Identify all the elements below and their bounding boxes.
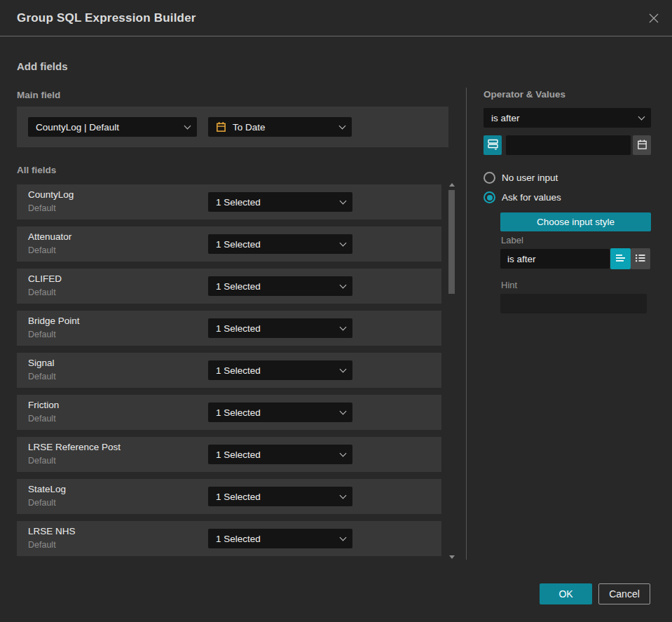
field-name: StateLog bbox=[28, 484, 66, 494]
field-selection-value: 1 Selected bbox=[216, 239, 261, 250]
field-row: LRSE NHS Default 1 Selected bbox=[17, 521, 441, 556]
field-selection-dropdown[interactable]: 1 Selected bbox=[208, 276, 352, 296]
chevron-down-icon bbox=[340, 449, 347, 457]
calendar-icon bbox=[637, 139, 647, 152]
field-name: CLIFED bbox=[28, 273, 62, 284]
radio-ask-for-values[interactable]: Ask for values bbox=[484, 191, 561, 203]
field-selection-value: 1 Selected bbox=[216, 449, 261, 460]
field-subtitle: Default bbox=[28, 456, 56, 466]
field-name: Signal bbox=[28, 358, 55, 368]
radio-label: Ask for values bbox=[502, 192, 561, 203]
hint-field-label: Hint bbox=[501, 280, 517, 290]
chevron-down-icon bbox=[340, 281, 347, 288]
field-subtitle: Default bbox=[28, 288, 56, 297]
field-name: LRSE NHS bbox=[28, 526, 76, 536]
field-selection-dropdown[interactable]: 1 Selected bbox=[208, 529, 352, 548]
operator-dropdown[interactable]: is after bbox=[484, 108, 651, 128]
field-selection-dropdown[interactable]: 1 Selected bbox=[208, 445, 352, 464]
fields-scrollbar[interactable] bbox=[447, 182, 457, 560]
chevron-down-icon bbox=[340, 365, 347, 372]
field-selection-dropdown[interactable]: 1 Selected bbox=[208, 318, 352, 338]
field-type-dropdown[interactable]: To Date bbox=[208, 117, 352, 137]
chevron-down-icon bbox=[340, 534, 347, 541]
hint-input[interactable] bbox=[500, 294, 647, 313]
chevron-down-icon bbox=[339, 122, 346, 129]
chevron-down-icon bbox=[340, 323, 347, 330]
radio-circle-icon[interactable] bbox=[484, 172, 495, 184]
bulleted-list-icon bbox=[635, 253, 646, 265]
field-selection-value: 1 Selected bbox=[216, 534, 261, 544]
main-field-dropdown[interactable]: CountyLog | Default bbox=[28, 117, 197, 137]
operator-dropdown-value: is after bbox=[491, 113, 520, 123]
stacked-values-icon bbox=[487, 138, 499, 152]
all-fields-label: All fields bbox=[17, 165, 56, 175]
add-fields-heading: Add fields bbox=[17, 60, 68, 72]
field-name: LRSE Reference Post bbox=[28, 442, 121, 452]
group-sql-expression-builder-dialog: Group SQL Expression Builder Add fields … bbox=[0, 0, 672, 622]
dialog-header: Group SQL Expression Builder bbox=[0, 0, 672, 36]
chevron-down-icon bbox=[340, 197, 347, 204]
field-selection-dropdown[interactable]: 1 Selected bbox=[208, 192, 352, 212]
chevron-down-icon bbox=[340, 407, 347, 414]
field-row: Signal Default 1 Selected bbox=[17, 353, 441, 388]
field-row: LRSE Reference Post Default 1 Selected bbox=[17, 437, 441, 472]
field-subtitle: Default bbox=[28, 498, 56, 508]
field-selection-value: 1 Selected bbox=[216, 492, 261, 502]
choose-input-style-button[interactable]: Choose input style bbox=[500, 212, 651, 231]
scrollbar-thumb[interactable] bbox=[448, 190, 455, 294]
cancel-button[interactable]: Cancel bbox=[598, 583, 650, 604]
field-name: CountyLog bbox=[28, 189, 74, 200]
field-selection-dropdown[interactable]: 1 Selected bbox=[208, 487, 352, 506]
field-subtitle: Default bbox=[28, 203, 56, 213]
field-row: CountyLog Default 1 Selected bbox=[17, 184, 441, 219]
field-subtitle: Default bbox=[28, 245, 56, 255]
align-left-icon bbox=[615, 253, 626, 265]
field-name: Attenuator bbox=[28, 231, 71, 242]
field-selection-dropdown[interactable]: 1 Selected bbox=[208, 403, 352, 422]
operator-values-label: Operator & Values bbox=[484, 89, 565, 100]
chevron-down-icon bbox=[184, 122, 191, 129]
field-subtitle: Default bbox=[28, 414, 56, 424]
panel-divider bbox=[466, 88, 467, 560]
field-name: Friction bbox=[28, 400, 59, 410]
value-source-button[interactable] bbox=[484, 135, 502, 155]
label-style-list-button[interactable] bbox=[631, 248, 650, 269]
label-style-single-button[interactable] bbox=[610, 248, 631, 269]
field-name: Bridge Point bbox=[28, 316, 80, 326]
label-input[interactable] bbox=[500, 249, 610, 269]
field-selection-value: 1 Selected bbox=[216, 197, 261, 208]
field-type-dropdown-value: To Date bbox=[233, 122, 266, 133]
chevron-down-icon bbox=[638, 113, 645, 120]
close-icon[interactable] bbox=[645, 10, 662, 27]
field-selection-value: 1 Selected bbox=[216, 407, 261, 418]
field-row: CLIFED Default 1 Selected bbox=[17, 269, 441, 304]
label-field-label: Label bbox=[501, 235, 523, 245]
main-field-label: Main field bbox=[17, 90, 60, 100]
field-row: Attenuator Default 1 Selected bbox=[17, 227, 441, 262]
field-selection-value: 1 Selected bbox=[216, 323, 261, 334]
field-row: Bridge Point Default 1 Selected bbox=[17, 311, 441, 346]
scroll-down-icon[interactable] bbox=[449, 555, 455, 559]
field-subtitle: Default bbox=[28, 540, 56, 550]
radio-no-user-input[interactable]: No user input bbox=[484, 172, 558, 184]
radio-label: No user input bbox=[502, 173, 558, 183]
field-selection-value: 1 Selected bbox=[216, 281, 261, 292]
date-picker-button[interactable] bbox=[633, 135, 651, 155]
field-selection-dropdown[interactable]: 1 Selected bbox=[208, 234, 352, 254]
main-field-panel: CountyLog | Default To Date bbox=[17, 107, 448, 147]
field-row: Friction Default 1 Selected bbox=[17, 395, 441, 430]
dialog-title: Group SQL Expression Builder bbox=[17, 11, 196, 25]
field-selection-value: 1 Selected bbox=[216, 365, 261, 376]
field-selection-dropdown[interactable]: 1 Selected bbox=[208, 360, 352, 380]
chevron-down-icon bbox=[340, 239, 347, 246]
scroll-up-icon[interactable] bbox=[449, 183, 455, 187]
main-field-dropdown-value: CountyLog | Default bbox=[36, 122, 119, 133]
field-row: StateLog Default 1 Selected bbox=[17, 479, 441, 514]
radio-selected-icon[interactable] bbox=[484, 191, 495, 203]
calendar-icon bbox=[216, 121, 226, 133]
field-subtitle: Default bbox=[28, 330, 56, 339]
field-subtitle: Default bbox=[28, 372, 56, 381]
ok-button[interactable]: OK bbox=[540, 583, 592, 604]
value-input[interactable] bbox=[506, 135, 631, 155]
chevron-down-icon bbox=[340, 492, 347, 499]
